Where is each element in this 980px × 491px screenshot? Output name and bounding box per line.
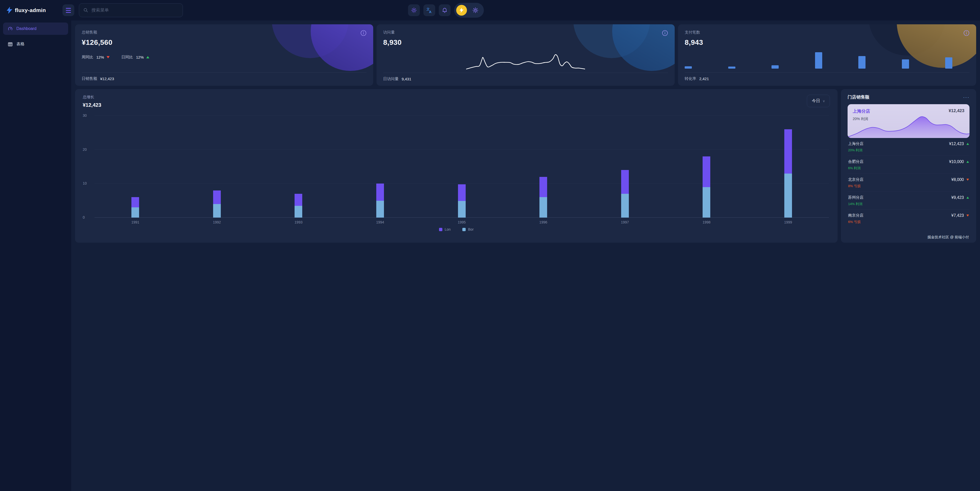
growth-x-axis: 199119921993199419951996199719981999 — [94, 220, 490, 224]
trend-label: 日同比 — [121, 55, 133, 60]
stat-footer-value: ¥12,423 — [100, 76, 114, 81]
x-tick-label: 1991 — [94, 220, 176, 224]
bar-segment-bor — [213, 204, 221, 218]
stat-footer-label: 日访问量 — [383, 76, 399, 81]
card-total-sales: 总销售额 ¥126,560 周同比 12% 日同比 12% — [75, 24, 373, 86]
x-tick-label: 1992 — [176, 220, 258, 224]
main-content: 总销售额 ¥126,560 周同比 12% 日同比 12% — [71, 21, 490, 246]
bar-segment-lon — [458, 184, 466, 201]
growth-legend: LonBor — [83, 227, 490, 231]
trend-row: 周同比 12% 日同比 12% — [82, 55, 366, 60]
trend-down-icon — [107, 56, 110, 58]
y-tick-label: 0 — [83, 215, 91, 219]
search-box[interactable] — [79, 3, 183, 17]
stat-footer-value: 9,431 — [402, 77, 411, 81]
x-tick-label: 1994 — [339, 220, 421, 224]
growth-plot: 0102030 — [83, 116, 490, 218]
legend-item-lon[interactable]: Lon — [439, 227, 450, 231]
x-tick-label: 1995 — [421, 220, 490, 224]
stat-cards-row: 总销售额 ¥126,560 周同比 12% 日同比 12% — [75, 24, 490, 86]
stat-value: 8,930 — [383, 38, 490, 47]
trend-label: 周同比 — [82, 55, 93, 60]
app-logo: fluxy-admin — [0, 7, 62, 14]
visits-line-path — [466, 54, 490, 69]
menu-toggle-button[interactable] — [62, 4, 74, 16]
info-icon[interactable] — [360, 30, 366, 37]
growth-value: ¥12,423 — [83, 102, 101, 108]
bell-icon — [442, 7, 448, 13]
trend-up-icon — [146, 56, 150, 58]
y-tick-label: 20 — [83, 148, 91, 151]
bar-segment-lon — [376, 184, 384, 200]
y-tick-label: 10 — [83, 181, 91, 185]
avatar-lightning-icon — [460, 8, 464, 13]
user-menu[interactable] — [454, 3, 484, 17]
bar-segment-bor — [458, 201, 466, 218]
search-input[interactable] — [91, 8, 178, 13]
sidebar-item-label: 表格 — [16, 41, 25, 47]
sidebar-item-dashboard[interactable]: Dashboard — [3, 22, 68, 35]
visits-line-chart — [383, 48, 490, 73]
bar-segment-lon — [213, 191, 221, 204]
bar-segment-bor — [376, 201, 384, 218]
stat-footer-label: 日销售额 — [82, 76, 97, 81]
app-name: fluxy-admin — [15, 7, 46, 13]
bar-column-1993[interactable] — [258, 116, 339, 218]
top-header: fluxy-admin 文 A — [0, 0, 490, 21]
svg-text:A: A — [429, 10, 431, 14]
settings-gear-icon[interactable] — [472, 7, 479, 14]
legend-swatch — [462, 228, 466, 231]
x-tick-label: 1993 — [258, 220, 339, 224]
growth-title: 总增长 — [83, 95, 101, 100]
lightning-logo-icon — [7, 7, 12, 14]
bar-segment-bor — [294, 206, 302, 218]
card-title: 访问量 — [383, 30, 490, 35]
language-button[interactable]: 文 A — [423, 4, 435, 16]
translate-icon: 文 A — [426, 7, 433, 14]
bar-segment-bor — [131, 207, 139, 218]
growth-chart-card: 总增长 ¥12,423 今日 ∨ 0102030 199119921993199… — [75, 89, 490, 243]
legend-item-bor[interactable]: Bor — [462, 227, 474, 231]
sidebar-item-label: Dashboard — [16, 26, 37, 31]
legend-label: Bor — [468, 227, 474, 231]
card-title: 总销售额 — [82, 30, 366, 35]
search-icon — [83, 8, 88, 13]
y-tick-label: 30 — [83, 113, 91, 118]
menu-icon — [66, 8, 71, 13]
sidebar-item-table[interactable]: 表格 — [3, 38, 68, 51]
bar-segment-lon — [294, 194, 302, 205]
bar-column-1991[interactable] — [94, 116, 176, 218]
sidebar: Dashboard 表格 — [0, 21, 71, 246]
legend-label: Lon — [445, 227, 450, 231]
dashboard-gauge-icon — [8, 26, 13, 31]
trend-value: 12% — [136, 55, 144, 59]
sun-icon — [411, 7, 417, 13]
theme-toggle-button[interactable] — [408, 4, 420, 16]
avatar — [456, 5, 467, 16]
bar-segment-lon — [131, 197, 139, 207]
bar-column-1994[interactable] — [339, 116, 421, 218]
notifications-button[interactable] — [439, 4, 450, 16]
stat-value: ¥126,560 — [82, 38, 366, 47]
card-visits: 访问量 8,930 日访问量 9,431 — [377, 24, 490, 86]
header-actions: 文 A — [408, 3, 490, 17]
bar-column-1992[interactable] — [176, 116, 258, 218]
table-icon — [8, 42, 13, 47]
bar-column-1995[interactable] — [421, 116, 490, 218]
trend-value: 12% — [96, 55, 104, 59]
legend-swatch — [439, 228, 442, 231]
